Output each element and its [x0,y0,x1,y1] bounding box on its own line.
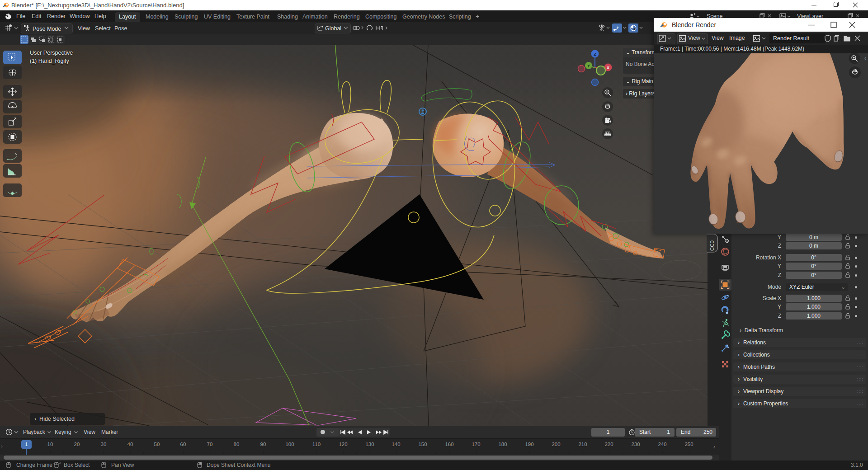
svg-text:X: X [607,66,609,70]
svg-text:‹: ‹ [864,55,866,61]
svg-text:Y: Y [587,64,590,68]
svg-text:CC0: CC0 [709,240,715,251]
svg-text:Z: Z [594,52,596,56]
